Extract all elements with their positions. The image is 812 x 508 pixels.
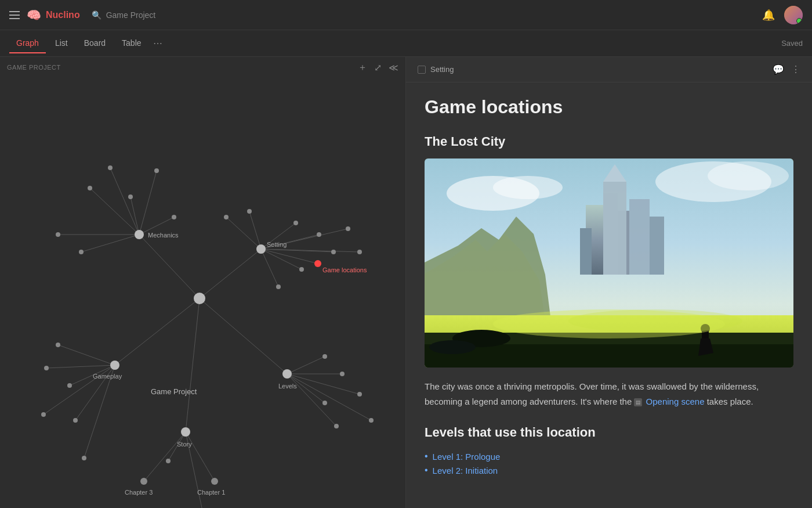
more-tabs-button[interactable]: ⋯ bbox=[153, 38, 162, 49]
list-item: Level 2: Initiation bbox=[425, 463, 793, 477]
svg-point-48 bbox=[317, 232, 321, 237]
search-text: Game Project bbox=[106, 10, 156, 20]
svg-point-49 bbox=[331, 250, 336, 254]
svg-line-30 bbox=[287, 374, 360, 394]
svg-point-38 bbox=[88, 186, 92, 190]
svg-point-61 bbox=[340, 372, 345, 376]
level1-link[interactable]: Level 1: Prologue bbox=[433, 452, 501, 462]
svg-line-19 bbox=[261, 249, 278, 287]
svg-line-1 bbox=[200, 249, 261, 298]
tab-board[interactable]: Board bbox=[77, 34, 113, 53]
city-illustration bbox=[425, 158, 793, 368]
more-options-button[interactable]: ⋮ bbox=[791, 64, 800, 75]
tab-table[interactable]: Table bbox=[115, 34, 148, 53]
gameplay-node[interactable] bbox=[110, 361, 119, 370]
logo-text: Nuclino bbox=[46, 10, 80, 20]
svg-point-60 bbox=[322, 354, 327, 359]
graph-actions: ＋ ⤢ ≪ bbox=[358, 62, 398, 74]
comment-button[interactable]: 💬 bbox=[773, 64, 784, 75]
graph-canvas[interactable]: Mechanics Setting Game locations Game Pr… bbox=[0, 78, 405, 508]
chapter3-label: Chapter 3 bbox=[125, 489, 153, 496]
levels-node[interactable] bbox=[282, 369, 292, 379]
link-icon: ▤ bbox=[634, 398, 642, 406]
graph-svg: Mechanics Setting Game locations Game Pr… bbox=[0, 78, 406, 508]
svg-line-0 bbox=[139, 235, 200, 298]
notifications-icon[interactable]: 🔔 bbox=[762, 9, 775, 21]
svg-point-45 bbox=[224, 215, 229, 219]
svg-line-33 bbox=[287, 374, 371, 420]
content-top-bar: Setting 💬 ⋮ bbox=[406, 57, 812, 82]
game-project-node[interactable] bbox=[194, 293, 205, 304]
svg-point-72 bbox=[708, 161, 789, 190]
svg-point-43 bbox=[128, 194, 133, 199]
svg-line-13 bbox=[226, 217, 261, 249]
svg-line-28 bbox=[287, 356, 325, 374]
svg-point-47 bbox=[293, 221, 298, 225]
hero-image bbox=[425, 158, 793, 368]
svg-rect-81 bbox=[603, 182, 626, 275]
opening-scene-link[interactable]: Opening scene bbox=[646, 397, 705, 406]
avatar-image bbox=[784, 6, 803, 24]
setting-checkbox-label: Setting bbox=[430, 65, 454, 74]
levels-section-title: Levels that use this location bbox=[425, 425, 793, 440]
svg-point-92 bbox=[568, 309, 742, 333]
svg-line-10 bbox=[130, 197, 139, 235]
svg-point-63 bbox=[322, 401, 327, 405]
description-end: takes place. bbox=[707, 397, 753, 406]
svg-point-53 bbox=[357, 250, 362, 254]
svg-line-3 bbox=[200, 298, 287, 374]
story-node[interactable] bbox=[181, 427, 190, 437]
chapter3-node[interactable] bbox=[140, 478, 147, 485]
chapter1-node[interactable] bbox=[211, 478, 218, 485]
svg-rect-85 bbox=[425, 344, 793, 368]
hero-image-inner bbox=[425, 158, 793, 368]
story-label: Story bbox=[177, 441, 192, 448]
svg-line-32 bbox=[287, 374, 336, 426]
svg-point-70 bbox=[493, 176, 563, 199]
chapter1-label: Chapter 1 bbox=[197, 489, 225, 496]
menu-button[interactable] bbox=[9, 11, 20, 19]
page-title: Game locations bbox=[425, 96, 793, 118]
svg-point-41 bbox=[56, 232, 60, 237]
svg-line-21 bbox=[261, 249, 360, 252]
tab-list[interactable]: List bbox=[48, 34, 75, 53]
list-item: Level 1: Prologue bbox=[425, 449, 793, 463]
svg-line-35 bbox=[186, 432, 215, 481]
saved-status: Saved bbox=[781, 39, 803, 48]
svg-point-44 bbox=[172, 215, 176, 219]
mechanics-node[interactable] bbox=[135, 230, 144, 239]
main-layout: GAME PROJECT ＋ ⤢ ≪ bbox=[0, 57, 812, 508]
user-avatar[interactable] bbox=[784, 6, 803, 24]
graph-header: GAME PROJECT ＋ ⤢ ≪ bbox=[0, 57, 405, 78]
setting-node[interactable] bbox=[256, 244, 266, 254]
add-node-button[interactable]: ＋ bbox=[358, 62, 367, 74]
levels-list: Level 1: Prologue Level 2: Initiation bbox=[425, 449, 793, 477]
svg-point-65 bbox=[369, 418, 374, 423]
collapse-button[interactable]: ≪ bbox=[389, 62, 398, 73]
svg-point-39 bbox=[108, 165, 113, 170]
mechanics-label: Mechanics bbox=[148, 232, 179, 239]
svg-rect-79 bbox=[650, 217, 664, 275]
search-area[interactable]: 🔍 Game Project bbox=[92, 10, 156, 20]
logo: 🧠 Nuclino bbox=[27, 8, 80, 22]
lost-city-title: The Lost City bbox=[425, 134, 793, 149]
expand-button[interactable]: ⤢ bbox=[374, 62, 382, 73]
svg-point-50 bbox=[299, 267, 304, 272]
description-text: The city was once a thriving metropolis.… bbox=[425, 379, 793, 409]
svg-point-56 bbox=[67, 383, 72, 388]
setting-checkbox[interactable] bbox=[418, 66, 426, 74]
svg-point-58 bbox=[73, 418, 78, 423]
game-locations-node[interactable] bbox=[314, 260, 321, 267]
svg-point-40 bbox=[154, 168, 159, 173]
svg-point-55 bbox=[44, 366, 49, 370]
tab-graph[interactable]: Graph bbox=[9, 34, 46, 53]
svg-point-52 bbox=[346, 226, 350, 231]
svg-rect-80 bbox=[580, 228, 592, 275]
svg-point-46 bbox=[247, 209, 252, 214]
svg-line-22 bbox=[58, 345, 115, 365]
tab-bar: Graph List Board Table ⋯ Saved bbox=[0, 30, 812, 57]
svg-line-2 bbox=[115, 298, 200, 365]
level2-link[interactable]: Level 2: Initiation bbox=[433, 466, 498, 475]
graph-panel: GAME PROJECT ＋ ⤢ ≪ bbox=[0, 57, 406, 508]
gameplay-label: Gameplay bbox=[93, 373, 122, 380]
